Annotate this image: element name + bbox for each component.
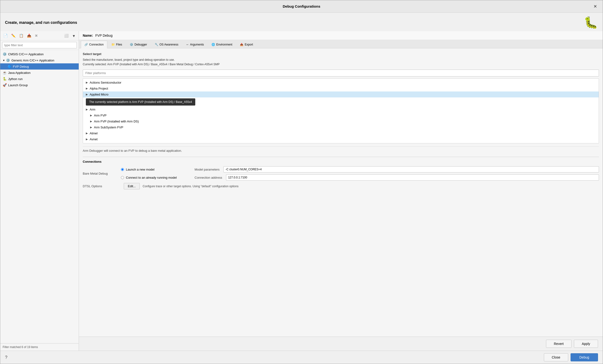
- tab-connection[interactable]: 🔗 Connection: [81, 41, 107, 48]
- bare-metal-label: Bare Metal Debug: [83, 172, 121, 175]
- debugger-info: Arm Debugger will connect to an FVP to d…: [83, 146, 599, 155]
- expand-actions-icon: ▶: [86, 81, 88, 84]
- tab-connection-label: Connection: [89, 43, 104, 46]
- platform-arm-fvp[interactable]: ▶ Arm FVP: [83, 112, 599, 118]
- copy-config-button[interactable]: 📋: [18, 33, 25, 39]
- platform-actions-semiconductor[interactable]: ▶ Actions Semiconductor: [83, 79, 599, 86]
- launch-new-label[interactable]: Launch a new model: [126, 168, 193, 171]
- tree-item-generic-arm[interactable]: ▼ ⚙️ Generic Arm C/C++ Application: [0, 57, 79, 63]
- platform-alpha-label: Alpha Project: [90, 87, 108, 90]
- dtsl-edit-button[interactable]: Edit...: [124, 183, 140, 189]
- debug-configurations-window: Debug Configurations ✕ Create, manage, a…: [0, 0, 603, 364]
- jython-icon: 🐍: [3, 77, 7, 81]
- connection-row: Bare Metal Debug Launch a new model Mode…: [83, 166, 599, 181]
- tree-item-generic-arm-label: Generic Arm C/C++ Application: [12, 59, 54, 62]
- config-tree: ⚙️ CMSIS C/C++ Application ▼ ⚙️ Generic …: [0, 50, 79, 343]
- tree-item-fvp-debug[interactable]: 🔷 FVP Debug: [0, 63, 79, 70]
- filter-button[interactable]: ▼: [71, 33, 77, 39]
- files-tab-icon: 📁: [111, 43, 115, 46]
- right-panel-inner: Name: FVP Debug 🔗 Connection 📁 Files ⚙️: [79, 31, 603, 351]
- tab-environment[interactable]: 🌐 Environment: [208, 41, 236, 48]
- debug-button[interactable]: Debug: [570, 353, 598, 361]
- edit-config-button[interactable]: ✏️: [10, 33, 17, 39]
- tab-export[interactable]: 📤 Export: [236, 41, 256, 48]
- name-row: Name: FVP Debug: [79, 31, 603, 40]
- platform-arm-label: Arm: [90, 108, 95, 111]
- tab-arguments[interactable]: ↔ Arguments: [182, 41, 208, 48]
- tab-os-awareness[interactable]: 🔧 OS Awareness: [151, 41, 182, 48]
- filter-input[interactable]: [2, 42, 77, 48]
- bottom-bar: Revert Apply: [79, 337, 603, 351]
- tabs-bar: 🔗 Connection 📁 Files ⚙️ Debugger 🔧 OS Aw…: [79, 40, 603, 48]
- tab-export-label: Export: [245, 43, 253, 46]
- tree-item-cmsis[interactable]: ⚙️ CMSIS C/C++ Application: [0, 51, 79, 57]
- close-debug-row: Close Debug: [544, 353, 598, 361]
- export-tab-icon: 📤: [240, 43, 244, 46]
- launch-new-row: Launch a new model Model parameters: [121, 166, 599, 173]
- collapse-button[interactable]: ⬜: [63, 33, 70, 39]
- platform-tooltip: The currently selected platform is Arm F…: [86, 98, 195, 106]
- platform-arm[interactable]: ▶ Arm: [83, 107, 599, 112]
- tab-files[interactable]: 📁 Files: [108, 41, 126, 48]
- java-icon: ☕: [3, 71, 7, 75]
- platform-atmel-label: Atmel: [90, 132, 97, 135]
- title-bar: Debug Configurations ✕: [0, 0, 603, 13]
- fvp-debug-icon: 🔷: [7, 65, 12, 68]
- apply-button[interactable]: Apply: [574, 340, 598, 348]
- left-footer: Filter matched 6 of 19 items: [0, 343, 79, 351]
- tab-environment-label: Environment: [216, 43, 232, 46]
- expand-arm-icon: ▶: [86, 108, 88, 111]
- select-target-title: Select target: [83, 52, 599, 56]
- dtsl-options-label: DTSL Options: [83, 184, 121, 188]
- arguments-tab-icon: ↔: [186, 43, 189, 46]
- window-bottom: ? Close Debug: [0, 351, 603, 364]
- platform-applied-micro[interactable]: ▶ Applied Micro: [83, 91, 599, 98]
- tab-debugger[interactable]: ⚙️ Debugger: [126, 41, 151, 48]
- model-params-input[interactable]: [223, 166, 599, 173]
- platform-arm-fvp-ds[interactable]: ▶ Arm FVP (Installed with Arm DS): [83, 118, 599, 124]
- model-params-label: Model parameters: [195, 168, 220, 171]
- config-name-value: FVP Debug: [95, 33, 113, 37]
- cmsis-icon: ⚙️: [3, 52, 7, 56]
- platform-arm-subsystem[interactable]: ▶ Arm SubSystem FVP: [83, 124, 599, 130]
- platform-avnet[interactable]: ▶ Avnet: [83, 136, 599, 142]
- close-button[interactable]: Close: [544, 353, 568, 361]
- platform-filter-input[interactable]: [83, 70, 599, 77]
- window-subtitle: Create, manage, and run configurations: [5, 21, 77, 25]
- export-config-button[interactable]: 📥: [26, 33, 33, 39]
- name-label: Name:: [83, 33, 93, 37]
- platform-alpha-project[interactable]: ▶ Alpha Project: [83, 86, 599, 91]
- select-target-section: Select target Select the manufacturer, b…: [83, 52, 599, 143]
- window-close-button[interactable]: ✕: [591, 3, 599, 10]
- launch-group-icon: 🚀: [3, 83, 7, 87]
- tree-item-java[interactable]: ☕ Java Application: [0, 70, 79, 76]
- tree-item-jython-label: Jython run: [8, 77, 23, 81]
- window-title: Debug Configurations: [202, 4, 401, 8]
- generic-arm-icon: ⚙️: [6, 58, 10, 62]
- bug-icon: 🐛: [584, 16, 598, 29]
- config-content: Select target Select the manufacturer, b…: [79, 48, 603, 337]
- filter-status: Filter matched 6 of 19 items: [3, 345, 38, 349]
- expand-avnet-icon: ▶: [86, 138, 88, 141]
- platform-applied-label: Applied Micro: [90, 93, 108, 96]
- platform-actions-label: Actions Semiconductor: [90, 81, 121, 84]
- connect-existing-label[interactable]: Connect to an already running model: [126, 176, 193, 179]
- expand-arm-fvp-icon: ▶: [90, 114, 92, 117]
- tree-item-cmsis-label: CMSIS C/C++ Application: [8, 52, 44, 56]
- expand-generic-arm-icon: ▼: [3, 59, 5, 62]
- tree-item-launch-group[interactable]: 🚀 Launch Group: [0, 82, 79, 88]
- help-icon[interactable]: ?: [5, 355, 7, 360]
- dtsl-desc: Configure trace or other target options.…: [143, 185, 238, 188]
- connection-address-input[interactable]: [226, 174, 599, 181]
- new-config-button[interactable]: 📄: [2, 33, 9, 39]
- delete-config-button[interactable]: ✖: [34, 33, 39, 39]
- platform-arm-fvp-label: Arm FVP: [94, 114, 107, 117]
- platform-atmel[interactable]: ▶ Atmel: [83, 130, 599, 136]
- left-toolbar: 📄 ✏️ 📋 📥 ✖ ⬜ ▼: [0, 31, 79, 41]
- tree-item-jython[interactable]: 🐍 Jython run: [0, 76, 79, 82]
- launch-new-radio[interactable]: [121, 168, 124, 171]
- window-header: Create, manage, and run configurations 🐛: [0, 13, 603, 31]
- revert-button[interactable]: Revert: [546, 340, 571, 348]
- connect-existing-radio[interactable]: [121, 176, 124, 179]
- select-target-desc-line2: Currently selected: Arm FVP (Installed w…: [83, 63, 220, 66]
